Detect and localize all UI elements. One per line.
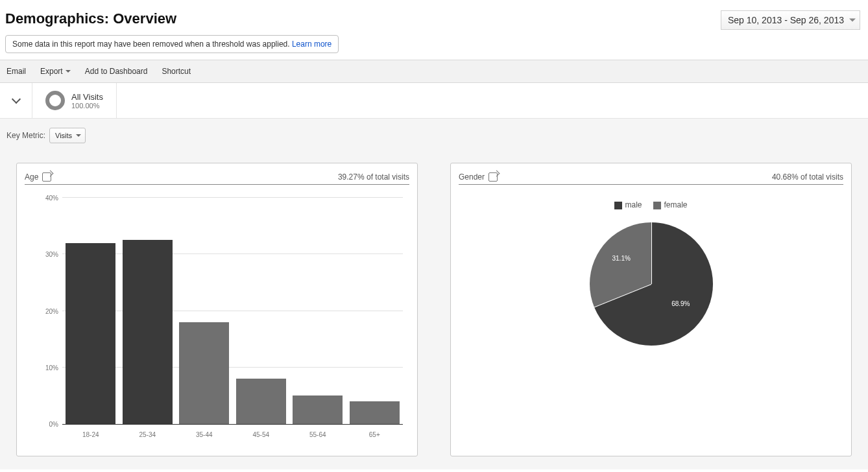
segment-percent: 100.00% — [71, 102, 103, 110]
date-range-picker[interactable]: Sep 10, 2013 - Sep 26, 2013 — [721, 10, 860, 30]
legend-male: male — [614, 200, 642, 209]
legend-female: female — [653, 200, 687, 209]
y-axis-tick: 30% — [36, 251, 58, 258]
key-metric-label: Key Metric: — [6, 131, 45, 140]
gender-pie-chart: 31.1% 68.9% — [590, 222, 713, 346]
x-axis-tick: 45-54 — [233, 431, 290, 438]
chevron-down-icon — [849, 19, 856, 22]
y-axis-tick: 40% — [36, 195, 58, 202]
learn-more-link[interactable]: Learn more — [292, 40, 332, 49]
age-bar[interactable] — [66, 243, 115, 424]
export-label: Export — [40, 67, 63, 76]
x-axis-tick: 35-44 — [176, 431, 233, 438]
chevron-down-icon — [11, 95, 20, 104]
date-range-label: Sep 10, 2013 - Sep 26, 2013 — [728, 15, 844, 25]
age-bar[interactable] — [236, 379, 286, 424]
threshold-notice: Some data in this report may have been r… — [5, 35, 339, 53]
gender-panel-subtitle: 40.68% of total visits — [772, 172, 843, 182]
key-metric-value: Visits — [55, 132, 72, 139]
x-axis-tick: 18-24 — [62, 431, 119, 438]
email-button[interactable]: Email — [6, 67, 26, 76]
segment-name: All Visits — [71, 92, 103, 102]
x-axis-tick: 65+ — [346, 431, 404, 438]
open-report-icon[interactable] — [488, 172, 498, 182]
age-panel-title: Age — [25, 172, 38, 182]
y-axis-tick: 20% — [36, 307, 58, 314]
age-bar[interactable] — [293, 395, 343, 424]
x-axis-tick: 25-34 — [119, 431, 176, 438]
page-title: Demographics: Overview — [5, 10, 176, 27]
key-metric-select[interactable]: Visits — [49, 128, 86, 143]
x-axis-tick: 55-64 — [289, 431, 346, 438]
report-toolbar: Email Export Add to Dashboard Shortcut — [0, 60, 868, 83]
female-slice-label: 31.1% — [612, 255, 631, 262]
segment-all-visits[interactable]: All Visits 100.00% — [32, 83, 117, 118]
gender-legend: male female — [614, 200, 687, 209]
chevron-down-icon — [66, 70, 71, 73]
gender-panel-title: Gender — [459, 172, 485, 182]
notice-text: Some data in this report may have been r… — [12, 40, 292, 49]
export-button[interactable]: Export — [40, 67, 71, 76]
chevron-down-icon — [76, 134, 81, 137]
segment-row: All Visits 100.00% — [0, 83, 868, 119]
segment-donut-icon — [45, 91, 65, 110]
shortcut-button[interactable]: Shortcut — [162, 67, 191, 76]
age-bar-chart: 0%10%20%30%40%18-2425-3435-4445-5455-646… — [25, 198, 409, 444]
add-to-dashboard-button[interactable]: Add to Dashboard — [85, 67, 148, 76]
y-axis-tick: 10% — [36, 364, 58, 371]
y-axis-tick: 0% — [36, 421, 58, 428]
age-bar[interactable] — [350, 401, 400, 424]
male-slice-label: 68.9% — [671, 300, 690, 307]
age-panel-subtitle: 39.27% of total visits — [338, 172, 409, 182]
age-bar[interactable] — [123, 240, 173, 424]
segment-expand-toggle[interactable] — [0, 83, 32, 118]
age-bar[interactable] — [179, 322, 229, 424]
age-panel: Age 39.27% of total visits 0%10%20%30%40… — [16, 163, 418, 456]
open-report-icon[interactable] — [42, 172, 51, 182]
gender-panel: Gender 40.68% of total visits male femal… — [450, 163, 852, 456]
